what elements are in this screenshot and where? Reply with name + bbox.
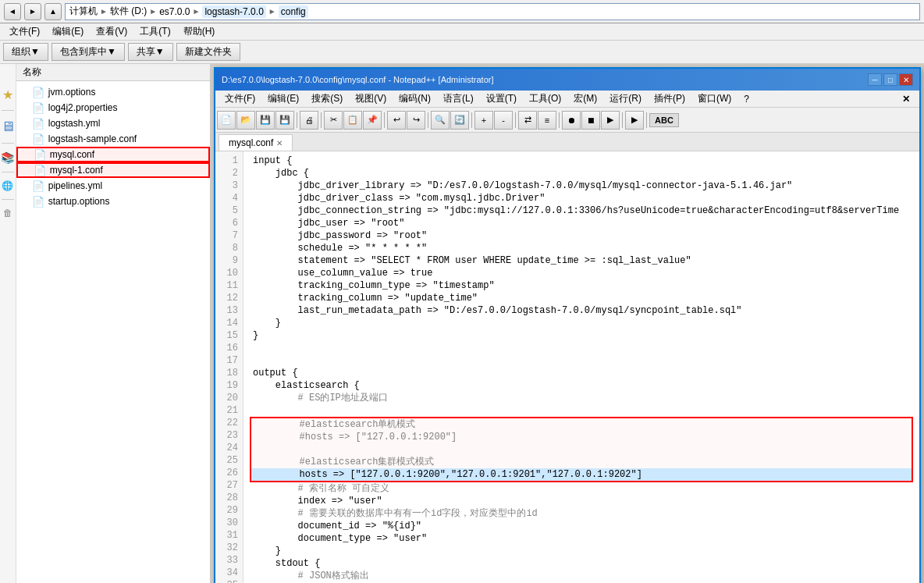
np-btn-run[interactable]: ▶ xyxy=(625,111,644,130)
explorer-address-bar: ◄ ► ▲ 计算机 ► 软件 (D:) ► es7.0.0 ► logstash… xyxy=(0,0,924,23)
np-menu-window[interactable]: 窗口(W) xyxy=(691,91,737,107)
library-icon[interactable]: 📚 xyxy=(1,151,14,164)
file-list: 📄 jvm.options 📄 log4j2.properties 📄 logs… xyxy=(16,81,210,583)
np-menu-view[interactable]: 视图(V) xyxy=(349,91,393,107)
np-menu-help[interactable]: ? xyxy=(737,92,755,106)
np-btn-cut[interactable]: ✂ xyxy=(324,111,343,130)
np-btn-find[interactable]: 🔍 xyxy=(431,111,450,130)
np-menu-search[interactable]: 搜索(S) xyxy=(305,91,349,107)
code-line-26: hosts => ["127.0.0.1:9200","127.0.0.1:92… xyxy=(251,468,912,481)
menu-edit[interactable]: 编辑(E) xyxy=(46,23,90,40)
np-menu-lang[interactable]: 语言(L) xyxy=(437,91,480,107)
np-menu-run[interactable]: 运行(R) xyxy=(603,91,648,107)
np-menu-encode[interactable]: 编码(N) xyxy=(393,91,437,107)
file-icon-log4j2: 📄 xyxy=(32,102,44,114)
forward-button[interactable]: ► xyxy=(24,3,41,20)
np-btn-saveall[interactable]: 💾 xyxy=(275,111,294,130)
np-btn-replace[interactable]: 🔄 xyxy=(450,111,469,130)
toolbar-sep-4 xyxy=(428,112,428,128)
np-menu-settings[interactable]: 设置(T) xyxy=(480,91,523,107)
address-segment-config: config xyxy=(279,5,308,18)
code-line-6: jdbc_user => "root" xyxy=(250,217,913,229)
minimize-button[interactable]: ─ xyxy=(868,73,882,86)
tab-close-icon[interactable]: ✕ xyxy=(276,139,283,148)
np-btn-redo[interactable]: ↪ xyxy=(407,111,425,130)
folder-tree-icon[interactable]: 🖥 xyxy=(1,119,15,135)
file-name-startup: startup.options xyxy=(48,196,110,207)
np-menu-plugins[interactable]: 插件(P) xyxy=(648,91,691,107)
file-item-startup[interactable]: 📄 startup.options xyxy=(16,194,210,209)
np-btn-new[interactable]: 📄 xyxy=(217,111,236,130)
notepad-toolbar: 📄 📂 💾 💾 🖨 ✂ 📋 📌 ↩ ↪ 🔍 🔄 xyxy=(215,108,919,133)
maximize-button[interactable]: □ xyxy=(883,73,897,86)
line-num-16: 16 xyxy=(215,342,238,354)
np-btn-abc[interactable]: ABC xyxy=(649,113,679,127)
toolbar-include[interactable]: 包含到库中▼ xyxy=(52,43,125,61)
np-btn-copy[interactable]: 📋 xyxy=(343,111,362,130)
np-btn-undo[interactable]: ↩ xyxy=(387,111,406,130)
np-btn-open[interactable]: 📂 xyxy=(236,111,255,130)
toolbar-share[interactable]: 共享▼ xyxy=(128,43,173,61)
file-item-logstash-sample[interactable]: 📄 logstash-sample.conf xyxy=(16,131,210,147)
code-line-28: index => "user" xyxy=(250,495,913,507)
file-icon-pipelines: 📄 xyxy=(32,180,44,192)
notepad-close-x[interactable]: ✕ xyxy=(896,92,916,106)
back-button[interactable]: ◄ xyxy=(4,3,21,20)
address-bar[interactable]: 计算机 ► 软件 (D:) ► es7.0.0 ► logstash-7.0.0… xyxy=(65,3,920,20)
code-line-27: # 索引名称 可自定义 xyxy=(250,482,913,495)
np-btn-paste[interactable]: 📌 xyxy=(363,111,382,130)
tab-label: mysql.conf xyxy=(229,137,273,148)
code-editor[interactable]: 1234567891011121314151617181920212223242… xyxy=(215,151,919,583)
np-btn-zoom-out[interactable]: - xyxy=(494,111,513,130)
line-num-2: 2 xyxy=(215,167,238,180)
menu-tools[interactable]: 工具(T) xyxy=(133,23,176,40)
line-num-28: 28 xyxy=(215,492,238,504)
np-menu-macro[interactable]: 宏(M) xyxy=(567,91,603,107)
up-button[interactable]: ▲ xyxy=(44,3,62,20)
file-name-mysql-conf: mysql.conf xyxy=(50,149,94,160)
close-button[interactable]: ✕ xyxy=(899,73,913,86)
menu-help[interactable]: 帮助(H) xyxy=(177,23,222,40)
toolbar-sep-5 xyxy=(471,112,472,128)
np-menu-tools[interactable]: 工具(O) xyxy=(523,91,567,107)
menu-file[interactable]: 文件(F) xyxy=(3,23,46,40)
menu-view[interactable]: 查看(V) xyxy=(90,23,133,40)
tab-mysql-conf[interactable]: mysql.conf ✕ xyxy=(219,134,293,151)
file-item-log4j2[interactable]: 📄 log4j2.properties xyxy=(16,100,210,116)
trash-icon[interactable]: 🗑 xyxy=(3,208,12,219)
np-btn-wrap[interactable]: ⇄ xyxy=(518,111,537,130)
file-item-mysql-conf[interactable]: 📄 mysql.conf xyxy=(16,147,210,162)
line-num-20: 20 xyxy=(215,392,238,404)
line-num-25: 25 xyxy=(215,454,238,467)
file-icon-logstash-yml: 📄 xyxy=(32,118,44,130)
file-item-jvm[interactable]: 📄 jvm.options xyxy=(16,84,210,100)
np-btn-macro-stop[interactable]: ⏹ xyxy=(581,111,600,130)
np-btn-macro-rec[interactable]: ⏺ xyxy=(562,111,581,130)
np-menu-edit[interactable]: 编辑(E) xyxy=(261,91,305,107)
file-item-mysql1-conf[interactable]: 📄 mysql-1.conf xyxy=(16,162,210,178)
toolbar-sep-3 xyxy=(384,112,385,128)
network-icon[interactable]: 🌐 xyxy=(2,180,13,191)
code-content[interactable]: input { jdbc { jdbc_driver_library => "D… xyxy=(243,151,919,583)
toolbar-sep-6 xyxy=(515,112,516,128)
notepad-tabs: mysql.conf ✕ xyxy=(215,133,919,151)
toolbar-new-folder[interactable]: 新建文件夹 xyxy=(176,43,240,61)
address-segment-computer: 计算机 xyxy=(69,5,98,18)
line-num-26: 26 xyxy=(215,467,238,479)
np-menu-file[interactable]: 文件(F) xyxy=(219,91,261,107)
code-line-5: jdbc_connection_string => "jdbc:mysql://… xyxy=(250,204,913,217)
notepad-window: D:\es7.0.0\logstash-7.0.0\config\mysql.c… xyxy=(214,67,921,583)
toolbar-organize[interactable]: 组织▼ xyxy=(3,43,48,61)
file-item-pipelines[interactable]: 📄 pipelines.yml xyxy=(16,178,210,194)
favorites-star-icon[interactable]: ★ xyxy=(2,87,13,102)
np-btn-indent[interactable]: ≡ xyxy=(538,111,556,130)
line-num-35: 35 xyxy=(215,579,238,583)
file-item-logstash-yml[interactable]: 📄 logstash.yml xyxy=(16,116,210,131)
np-btn-save[interactable]: 💾 xyxy=(256,111,275,130)
np-btn-print[interactable]: 🖨 xyxy=(300,111,318,130)
main-window: ◄ ► ▲ 计算机 ► 软件 (D:) ► es7.0.0 ► logstash… xyxy=(0,0,924,583)
np-btn-zoom-in[interactable]: + xyxy=(474,111,493,130)
line-num-27: 27 xyxy=(215,479,238,492)
toolbar-sep-2 xyxy=(321,112,322,128)
np-btn-macro-play[interactable]: ▶ xyxy=(601,111,620,130)
